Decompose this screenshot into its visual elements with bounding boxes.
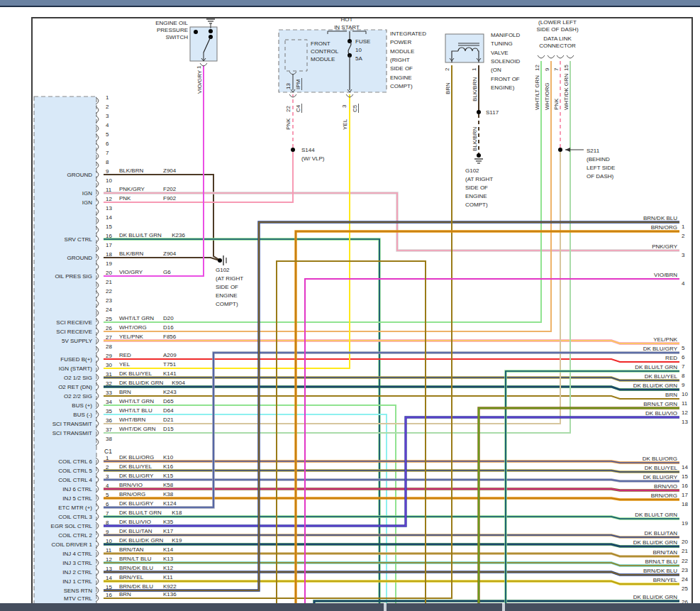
wire-color-label: WHT/ORG [119,324,147,331]
fcm-label-line: MODULE [311,56,335,62]
circuit-code-label: K15 [163,473,174,479]
g102-right-label-line: G102 [465,167,479,174]
g102-right-label-line: ENGINE [465,193,487,199]
pin-number: 6 [106,501,109,507]
pin-number: 1 [106,94,109,101]
pcm-pin-function-label: FUSED B(+) [60,356,92,363]
wire-color-label: DK BLU/GRY [119,500,154,507]
fuse-label-line: FUSE [355,38,370,45]
circuit-code-label: K141 [163,370,177,377]
wire-color-label: WHT/LT GRN [119,315,154,321]
pcm-pin-function-label: COIL DRIVER 1 [52,541,93,548]
mtv-wire-label: BLK/BRN [472,77,478,101]
edge-wire-label: DK BLU/GRY [643,346,678,352]
dlc-wire-label: PNK [553,98,560,110]
pin-number: 11 [106,547,112,554]
ipm-label-line: (RIGHT [390,57,410,63]
circuit-code-label: K11 [163,574,173,580]
circuit-code-label: F902 [163,195,177,202]
edge-wire-number: 22 [682,558,688,564]
circuit-code-label: D65 [163,398,174,404]
pin-number: 8 [106,519,109,526]
edge-wire-number: 6 [682,354,685,360]
edge-wire-number: 19 [682,520,688,527]
pin-number: 3 [106,473,109,480]
pin-number: 9 [106,168,109,175]
pin-number: 36 [106,417,112,424]
wire-color-label: YEL [119,361,130,368]
edge-wire-label: DK BLU/LT GRN [635,364,677,370]
mtv-pin-number: 1 [471,67,477,71]
wire-color-label: BRN/YEL [119,574,144,580]
pcm-pin-function-label: INJ 3 CTRL [62,560,92,566]
wire-path [104,150,293,202]
wire-color-label: YEL/PNK [119,334,143,340]
g102-left-label-line: ENGINE [216,292,238,299]
switch-contact [209,29,213,33]
circuit-code-label: K58 [163,482,174,488]
edge-wire-label: DK BLU/YEL [645,465,678,471]
wire-color-label: WHT/LT GRN [119,398,154,404]
ipm-fuse-pin-number: 3 [341,104,348,108]
circuit-code-label: K922 [163,583,177,590]
pcm-pin-function-label: OIL PRES SIG [55,273,92,280]
edge-wire-label: DK BLU/DK GRN [633,539,677,546]
edge-wire-number: 10 [682,391,688,397]
ipm-label-line: MODULE [390,48,414,55]
edge-wire-label: DK BLU/VIO [645,410,677,417]
mtv-solenoid-box [445,34,484,62]
circuit-code-label: D15 [163,426,174,432]
pcm-pin-function-label: O2 2/2 SIG [64,393,92,400]
mtv-label-line: MANIFOLD [491,32,521,38]
edge-wire-label: DK BLU/ORG [643,456,677,462]
fcm-bus-label: IPM [295,79,301,89]
pin-number: 38 [106,436,112,442]
pin-number: 29 [106,353,112,359]
edge-wire-number: 5 [682,345,685,351]
oil-switch-label-line: SWITCH [165,34,188,40]
circuit-code-label: D64 [163,407,174,414]
wire-color-label: DK BLU/ORG [119,454,154,461]
pcm-pin-function-label: SCI TRANSMIT [52,430,92,436]
g102-left-label-line: SIDE OF [216,284,238,290]
pin-number: 4 [106,483,109,489]
pcm-pin-function-label: INJ 2 CTRL [62,569,92,576]
circuit-code-label: K13 [163,556,174,562]
edge-wire-label: BRN/TAN [652,549,677,556]
pin-number: 32 [106,380,112,387]
oil-switch-wire-label: VIO/GRY [196,70,203,94]
wire-color-label: DK BLU/GRY [119,473,154,479]
wire-color-label: BRN/VIO [119,482,143,488]
circuit-code-label: K35 [163,519,174,525]
edge-wire-number: 2 [682,233,685,239]
circuit-code-label: K16 [163,463,174,470]
pin-number: 1 [106,455,109,461]
wire-color-label: BRN [119,591,131,598]
wire-color-label: BRN [119,389,131,395]
edge-wire-number: 12 [682,409,688,416]
pin-number: 14 [106,214,112,221]
pcm-pin-function-label: COIL CTRL 4 [58,477,92,483]
wire-color-label: WHT/LT BLU [119,407,152,414]
pin-number: 17 [106,242,112,248]
edge-wire-label: YEL/PNK [653,336,677,343]
pin-number: 20 [106,270,112,276]
circuit-code-label: K14 [163,546,174,553]
wire-color-label: DK BLU/YEL [119,463,152,470]
wire-path [104,554,679,556]
pin-number: 19 [106,260,112,267]
circuit-code-label: D21 [163,417,174,423]
wire-color-label: BLK/BRN [119,251,143,257]
pcm-pin-function-label: GROUND [67,172,92,178]
pcm-pin-function-label: O2 1/2 SIG [64,375,92,381]
wire-path [104,572,679,575]
pin-number: 7 [106,150,109,156]
circuit-code-label: A209 [163,352,177,358]
ipm-fuse-conn-label: C5 [352,104,358,112]
circuit-code-label: K12 [163,565,174,571]
splice-s144 [291,148,295,152]
edge-wire-number: 8 [682,373,685,379]
edge-wire-label: DK BLU/LT GRN [635,512,677,518]
circuit-code-label: K904 [172,380,185,386]
pin-number: 28 [106,343,112,350]
